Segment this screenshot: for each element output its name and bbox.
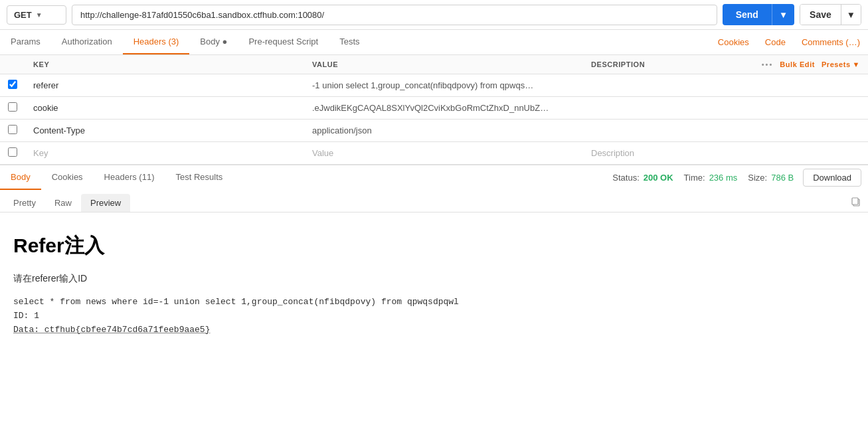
preview-title: Refer注入 <box>13 232 855 260</box>
bvt-raw[interactable]: Raw <box>45 194 81 212</box>
save-button-group: Save ▼ <box>800 4 861 25</box>
presets-dropdown-icon: ▼ <box>853 60 860 68</box>
time-label: Time: <box>684 173 705 183</box>
code-line-1: select * from news where id=-1 union sel… <box>13 296 855 309</box>
preview-content: Refer注入 请在referer输入ID select * from news… <box>0 213 868 350</box>
bvt-pretty[interactable]: Pretty <box>4 194 45 212</box>
table-row: referer -1 union select 1,group_concat(n… <box>0 74 868 97</box>
resp-tab-body[interactable]: Body <box>0 165 41 190</box>
row-key-1: referer <box>25 74 304 97</box>
row-checkbox-3[interactable] <box>0 120 25 142</box>
top-bar: GET ▼ Send ▼ Save ▼ <box>0 0 868 30</box>
bvt-preview[interactable]: Preview <box>81 194 130 212</box>
row-desc-2 <box>583 97 868 120</box>
bulk-edit-button[interactable]: Bulk Edit <box>780 60 815 68</box>
status-value: 200 OK <box>644 173 673 183</box>
url-input[interactable] <box>72 5 717 25</box>
method-dropdown-arrow: ▼ <box>36 11 43 19</box>
method-select[interactable]: GET ▼ <box>7 5 66 25</box>
preview-subtitle: 请在referer输入ID <box>13 273 855 285</box>
save-dropdown-button[interactable]: ▼ <box>841 5 861 25</box>
th-description: DESCRIPTION ••• Bulk Edit Presets ▼ <box>583 55 868 74</box>
row-value-1: -1 union select 1,group_concat(nfibqdpov… <box>304 74 583 97</box>
row-key-3: Content-Type <box>25 120 304 142</box>
table-row: Key Value Description <box>0 142 868 165</box>
comments-link[interactable]: Comments (…) <box>794 31 868 54</box>
th-key: KEY <box>25 55 304 74</box>
request-tab-right: Cookies Code Comments (…) <box>710 31 868 54</box>
resp-tab-cookies[interactable]: Cookies <box>41 165 94 190</box>
resp-tab-headers[interactable]: Headers (11) <box>94 165 165 190</box>
download-button[interactable]: Download <box>803 169 861 187</box>
th-checkbox <box>0 55 25 74</box>
response-meta: Status: 200 OK Time: 236 ms Size: 786 B … <box>612 169 868 187</box>
request-tabs: Params Authorization Headers (3) Body ● … <box>0 30 868 55</box>
row-value-4: Value <box>304 142 583 165</box>
send-button[interactable]: Send <box>723 4 772 25</box>
tab-authorization[interactable]: Authorization <box>51 30 123 54</box>
more-options-icon[interactable]: ••• <box>762 60 774 68</box>
th-value: VALUE <box>304 55 583 74</box>
cookies-link[interactable]: Cookies <box>710 31 757 54</box>
response-tabs: Body Cookies Headers (11) Test Results <box>0 165 233 190</box>
row-desc-3 <box>583 120 868 142</box>
status-label: Status: <box>612 173 639 183</box>
save-button[interactable]: Save <box>800 5 841 25</box>
method-label: GET <box>14 10 32 20</box>
tab-tests[interactable]: Tests <box>329 30 370 54</box>
response-section: Body Cookies Headers (11) Test Results S… <box>0 165 868 190</box>
tab-pre-request-script[interactable]: Pre-request Script <box>238 30 329 54</box>
row-value-2: .eJwdikEKgCAQAL8SXlYvQl2CviKxbGoRmCtZhxD… <box>304 97 583 120</box>
copy-icon[interactable] <box>851 197 868 209</box>
code-line-3: Data: ctfhub{cbfee74b7cd6a71feeb9aae5} <box>13 323 855 337</box>
send-dropdown-button[interactable]: ▼ <box>772 4 794 25</box>
size-label: Size: <box>748 173 767 183</box>
table-row: cookie .eJwdikEKgCAQAL8SXlYvQl2CviKxbGoR… <box>0 97 868 120</box>
row-key-2: cookie <box>25 97 304 120</box>
row-checkbox-4[interactable] <box>0 142 25 165</box>
presets-button[interactable]: Presets ▼ <box>822 60 860 68</box>
tab-headers[interactable]: Headers (3) <box>123 30 190 54</box>
table-row: Content-Type application/json <box>0 120 868 142</box>
svg-rect-1 <box>852 198 858 205</box>
preview-code: select * from news where id=-1 union sel… <box>13 296 855 337</box>
row-checkbox-1[interactable] <box>0 74 25 97</box>
row-checkbox-2[interactable] <box>0 97 25 120</box>
size-value: 786 B <box>771 173 794 183</box>
send-button-group: Send ▼ <box>723 4 794 25</box>
row-value-3: application/json <box>304 120 583 142</box>
body-view-tabs: Pretty Raw Preview <box>0 190 868 213</box>
headers-table: KEY VALUE DESCRIPTION ••• Bulk Edit Pres… <box>0 55 868 165</box>
row-key-4: Key <box>25 142 304 165</box>
row-desc-4: Description <box>583 142 868 165</box>
row-desc-1 <box>583 74 868 97</box>
tab-body[interactable]: Body ● <box>189 30 238 54</box>
code-line-2: ID: 1 <box>13 309 855 323</box>
code-link[interactable]: Code <box>757 31 794 54</box>
resp-tab-test-results[interactable]: Test Results <box>165 165 233 190</box>
time-value: 236 ms <box>709 173 738 183</box>
tab-params[interactable]: Params <box>0 30 51 54</box>
